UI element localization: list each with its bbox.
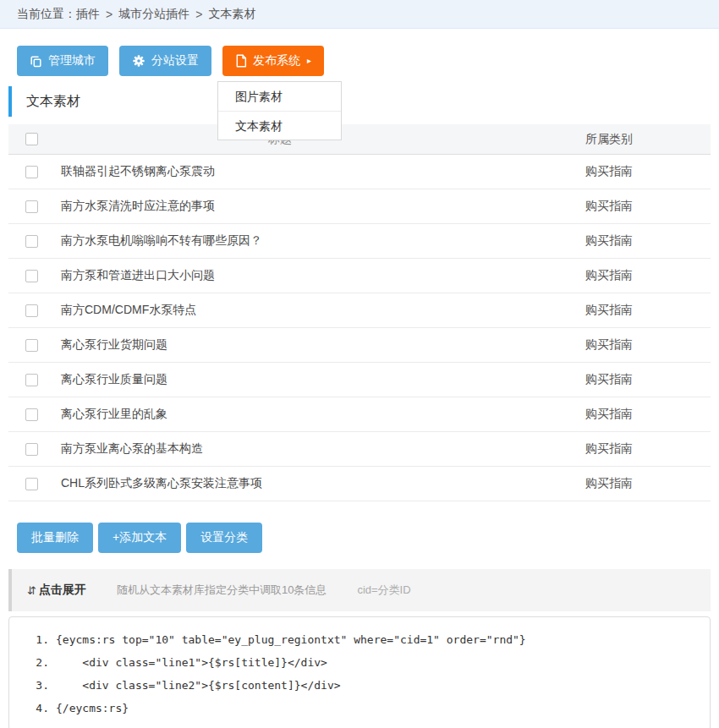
code-line: 2. <div class="line1">{$rs[title]}</div> bbox=[9, 651, 710, 674]
row-category: 购买指南 bbox=[508, 372, 711, 387]
table-row: 南方泵和管道进出口大小问题 购买指南 bbox=[8, 259, 711, 293]
row-title: 离心泵行业里的乱象 bbox=[52, 407, 508, 422]
table-row: 离心泵行业货期问题 购买指南 bbox=[8, 328, 711, 363]
row-checkbox[interactable] bbox=[25, 166, 38, 178]
row-title: 南方水泵清洗时应注意的事项 bbox=[52, 199, 508, 214]
table-row: 南方CDM/CDMF水泵特点 购买指南 bbox=[8, 293, 711, 328]
select-all-checkbox[interactable] bbox=[25, 133, 38, 145]
row-check-cell bbox=[8, 235, 52, 248]
code-line-number: 2. bbox=[9, 651, 49, 674]
table-row: 南方水泵电机嗡嗡响不转有哪些原因？ 购买指南 bbox=[8, 224, 711, 259]
breadcrumb-item-plugins[interactable]: 插件 bbox=[76, 7, 100, 22]
batch-delete-button[interactable]: 批量删除 bbox=[17, 523, 93, 553]
row-category: 购买指南 bbox=[508, 476, 711, 491]
set-category-button[interactable]: 设置分类 bbox=[186, 523, 262, 553]
table-header-row: 标题 所属类别 bbox=[8, 124, 711, 155]
row-checkbox[interactable] bbox=[25, 478, 38, 490]
expand-arrows-icon: ⇵ bbox=[27, 584, 36, 597]
bottom-actions: 批量删除 +添加文本 设置分类 bbox=[17, 523, 719, 553]
row-check-cell bbox=[8, 200, 52, 213]
publish-system-dropdown: 图片素材 文本素材 bbox=[217, 81, 342, 140]
breadcrumb-separator: > bbox=[195, 8, 202, 21]
expand-toggle-label: 点击展开 bbox=[39, 583, 86, 598]
table-row: 南方水泵清洗时应注意的事项 购买指南 bbox=[8, 189, 711, 224]
file-icon bbox=[235, 54, 247, 68]
table-row: 联轴器引起不锈钢离心泵震动 购买指南 bbox=[8, 155, 711, 189]
row-checkbox[interactable] bbox=[25, 443, 38, 456]
table-row: 南方泵业离心泵的基本构造 购买指南 bbox=[8, 432, 711, 467]
tag-help-panel: ⇵ 点击展开 随机从文本素材库指定分类中调取10条信息 cid=分类ID bbox=[8, 569, 711, 611]
code-line: 3. <div class="line2">{$rs[content]}</di… bbox=[9, 674, 710, 697]
breadcrumb-separator: > bbox=[106, 8, 113, 21]
page-title: 文本素材 bbox=[8, 86, 719, 117]
breadcrumb-item-current: 文本素材 bbox=[208, 7, 255, 22]
row-check-cell bbox=[8, 443, 52, 456]
publish-system-button[interactable]: 发布系统 ▸ bbox=[222, 46, 324, 76]
code-line: 1. {eycms:rs top="10" table="ey_plug_reg… bbox=[9, 628, 710, 651]
code-line-number: 3. bbox=[9, 674, 49, 697]
row-category: 购买指南 bbox=[508, 164, 711, 179]
row-category: 购买指南 bbox=[508, 233, 711, 249]
toolbar: 管理城市 分站设置 发布系 bbox=[17, 46, 719, 76]
row-title: 南方泵业离心泵的基本构造 bbox=[52, 441, 508, 457]
code-line-text: {eycms:rs top="10" table="ey_plug_region… bbox=[56, 628, 526, 651]
row-checkbox[interactable] bbox=[25, 200, 38, 213]
site-settings-label: 分站设置 bbox=[151, 53, 199, 68]
row-check-cell bbox=[8, 408, 52, 421]
header-category-cell: 所属类别 bbox=[508, 132, 711, 147]
row-checkbox[interactable] bbox=[25, 408, 38, 421]
publish-system-label: 发布系统 bbox=[253, 53, 300, 68]
row-checkbox[interactable] bbox=[25, 235, 38, 248]
table-row: 离心泵行业质量问题 购买指南 bbox=[8, 363, 711, 397]
header-check-cell bbox=[8, 133, 52, 145]
site-settings-button[interactable]: 分站设置 bbox=[119, 46, 211, 76]
table-body: 联轴器引起不锈钢离心泵震动 购买指南 南方水泵清洗时应注意的事项 购买指南 南方… bbox=[8, 155, 711, 501]
row-check-cell bbox=[8, 304, 52, 317]
panel-description: 随机从文本素材库指定分类中调取10条信息 bbox=[117, 583, 327, 598]
row-category: 购买指南 bbox=[508, 268, 711, 283]
breadcrumb-item-city-plugin[interactable]: 城市分站插件 bbox=[118, 7, 189, 22]
manage-cities-button[interactable]: 管理城市 bbox=[17, 46, 108, 76]
row-category: 购买指南 bbox=[508, 407, 711, 422]
code-line-text: <div class="line1">{$rs[title]}</div> bbox=[56, 651, 327, 674]
row-title: CHL系列卧式多级离心泵安装注意事项 bbox=[52, 476, 508, 491]
add-text-button[interactable]: +添加文本 bbox=[98, 523, 181, 553]
row-check-cell bbox=[8, 478, 52, 490]
dropdown-item[interactable]: 文本素材 bbox=[218, 111, 341, 140]
code-line-number: 4. bbox=[9, 697, 49, 720]
code-line: 4. {/eycms:rs} bbox=[9, 697, 710, 720]
code-line-number: 1. bbox=[9, 628, 49, 651]
row-title: 离心泵行业货期问题 bbox=[52, 337, 508, 353]
row-category: 购买指南 bbox=[508, 441, 711, 457]
row-check-cell bbox=[8, 270, 52, 282]
row-checkbox[interactable] bbox=[25, 304, 38, 317]
template-code-block: 1. {eycms:rs top="10" table="ey_plug_reg… bbox=[8, 616, 711, 728]
row-check-cell bbox=[8, 166, 52, 178]
manage-cities-label: 管理城市 bbox=[48, 53, 96, 68]
row-title: 离心泵行业质量问题 bbox=[52, 372, 508, 387]
row-title: 南方泵和管道进出口大小问题 bbox=[52, 268, 508, 283]
dropdown-item[interactable]: 图片素材 bbox=[218, 82, 341, 111]
materials-table: 标题 所属类别 联轴器引起不锈钢离心泵震动 购买指南 南方水泵清洗时应注意的事项… bbox=[8, 124, 711, 501]
code-line-text: {/eycms:rs} bbox=[56, 697, 129, 720]
publish-system-wrap: 发布系统 ▸ 图片素材 文本素材 bbox=[222, 46, 324, 76]
breadcrumb: 当前位置： 插件 > 城市分站插件 > 文本素材 bbox=[0, 0, 719, 29]
expand-toggle[interactable]: ⇵ 点击展开 bbox=[27, 583, 86, 598]
table-row: CHL系列卧式多级离心泵安装注意事项 购买指南 bbox=[8, 467, 711, 501]
code-line-text: <div class="line2">{$rs[content]}</div> bbox=[56, 674, 341, 697]
copy-pages-icon bbox=[30, 55, 42, 68]
row-title: 联轴器引起不锈钢离心泵震动 bbox=[52, 164, 508, 179]
breadcrumb-label: 当前位置： bbox=[17, 7, 76, 22]
row-check-cell bbox=[8, 374, 52, 386]
table-row: 离心泵行业里的乱象 购买指南 bbox=[8, 397, 711, 432]
panel-hint: cid=分类ID bbox=[357, 583, 410, 598]
row-category: 购买指南 bbox=[508, 303, 711, 318]
row-title: 南方水泵电机嗡嗡响不转有哪些原因？ bbox=[52, 233, 508, 249]
row-checkbox[interactable] bbox=[25, 339, 38, 352]
row-check-cell bbox=[8, 339, 52, 352]
row-checkbox[interactable] bbox=[25, 270, 38, 282]
row-category: 购买指南 bbox=[508, 199, 711, 214]
gear-icon bbox=[132, 54, 145, 68]
row-title: 南方CDM/CDMF水泵特点 bbox=[52, 303, 508, 318]
row-checkbox[interactable] bbox=[25, 374, 38, 386]
